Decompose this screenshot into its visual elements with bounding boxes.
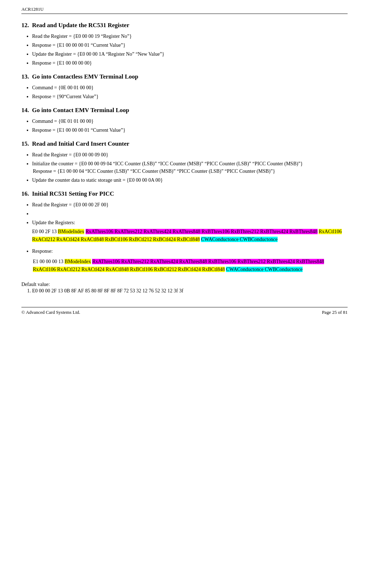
list-item: Response = {90“Current Value”} [32,93,348,100]
default-label: Default value: [21,282,348,287]
list-item-empty [32,210,348,217]
header-title: ACR1281U [21,6,44,12]
list-item: Command = {0E 01 01 00 00} [32,117,348,125]
page-container: ACR1281U 12. Read and Update the RC531 R… [0,0,369,322]
section-15-list: Read the Register = {E0 00 00 09 00} Ini… [32,151,348,184]
list-item: Read the Register = {E0 00 00 09 00} [32,151,348,159]
list-item: Update the Register = {E0 00 00 1A “Regi… [32,50,348,58]
list-item: Initialize the counter = {E0 00 00 09 04… [32,160,348,175]
section-12-list: Read the Register = {E0 00 00 19 “Regist… [32,32,348,67]
rxathres-highlight-2: RxAThres106 RxAThres212 RxAThres424 RxAT… [92,259,324,264]
footer-right: Page 25 of 81 [322,310,348,315]
footer-bar: © Advanced Card Systems Ltd. Page 25 of … [21,307,348,315]
section-13: 13. Go into Contactless EMV Terminal Loo… [21,73,348,100]
list-item-update: Update the Registers: E0 00 2F 13 BModeI… [32,219,348,244]
section-14-list: Command = {0E 01 01 00 00} Response = {E… [32,117,348,134]
rxathres-highlight-1: RxAThres106 RxAThres212 RxAThres424 RxAT… [86,229,318,234]
list-item-response: Response: E1 00 00 00 13 BModeIndex RxAT… [32,247,348,274]
rxactl-highlight-2: RxACtl106 RxACtl212 RxACtl424 RxACtl848 … [33,267,225,272]
section-15: 15. Read and Initial Card Insert Counter… [21,140,348,184]
list-item: Read the Register = {E0 00 00 19 “Regist… [32,32,348,40]
footer-left: © Advanced Card Systems Ltd. [21,310,80,315]
section-12: 12. Read and Update the RC531 Register R… [21,22,348,67]
header-bar: ACR1281U [21,6,348,14]
section-16-title: 16. Initial RC531 Setting For PICC [21,190,348,197]
section-16: 16. Initial RC531 Setting For PICC Read … [21,190,348,294]
section-16-list: Read the Register = {E0 00 00 2F 00} Upd… [32,201,348,244]
section-15-title: 15. Read and Initial Card Insert Counter [21,140,348,147]
section-13-list: Command = {0E 00 01 00 00} Response = {9… [32,84,348,100]
update-label: Update the Registers: [32,220,75,225]
default-value: 1. E0 00 00 2F 13 0B 8F AF 85 80 8F 8F 8… [27,288,348,294]
list-item: Command = {0E 00 01 00 00} [32,84,348,91]
response-block: E1 00 00 00 13 BModeIndex RxAThres106 Rx… [33,258,348,274]
section-13-title: 13. Go into Contactless EMV Terminal Loo… [21,73,348,80]
list-item: Response = {E1 00 00 00 01 “Current Valu… [32,126,348,134]
sub-response: Response = {E1 00 00 04 “ICC Counter (LS… [33,167,348,175]
section-14: 14. Go into Contact EMV Terminal Loop Co… [21,107,348,134]
default-value-block: Default value: 1. E0 00 00 2F 13 0B 8F A… [21,282,348,294]
cwa-highlight-1: CWAConductonce CWBConductonce [201,237,277,242]
list-item: Response = {E1 00 00 00 00} [32,59,348,67]
list-item-read: Read the Register = {E0 00 00 2F 00} [32,201,348,208]
section-12-title: 12. Read and Update the RC531 Register [21,22,348,29]
cwa-highlight-2: CWAConductonce CWBConductonce [226,267,302,272]
list-item: Response = {E1 00 00 00 01 “Current Valu… [32,41,348,49]
bmodeindex-highlight-2: BModeIndex [65,259,91,264]
list-item: Update the counter data to static storag… [32,176,348,184]
bmodeindex-highlight-1: BModeIndex [58,229,84,234]
section-14-title: 14. Go into Contact EMV Terminal Loop [21,107,348,114]
response-label: Response: [32,248,53,254]
section-16-response-list: Response: E1 00 00 00 13 BModeIndex RxAT… [32,247,348,274]
update-block: E0 00 2F 13 BModeIndex RxAThres106 RxATh… [32,228,348,244]
